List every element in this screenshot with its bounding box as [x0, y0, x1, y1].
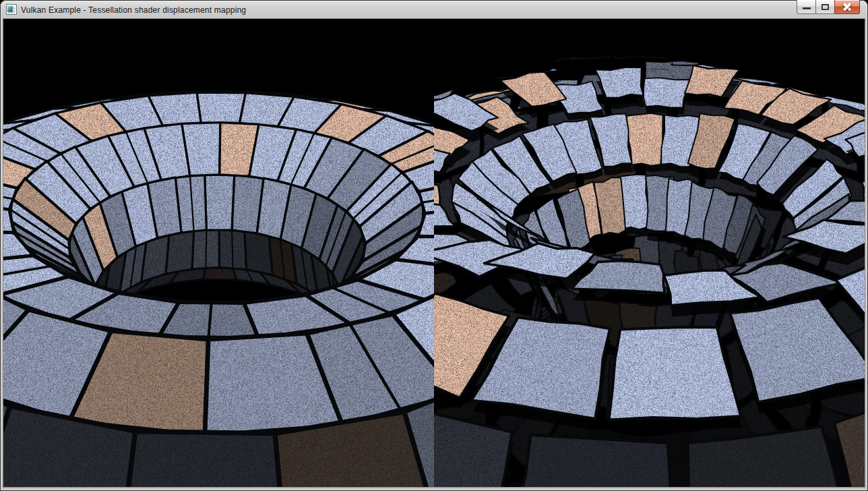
torus-normal-mapping-view	[3, 19, 434, 487]
window-title: Vulkan Example - Tessellation shader dis…	[21, 5, 246, 15]
maximize-button[interactable]	[815, 0, 835, 14]
titlebar[interactable]: Vulkan Example - Tessellation shader dis…	[0, 0, 868, 19]
torus-displacement-mapping-view	[434, 19, 865, 487]
caption-buttons	[797, 0, 860, 14]
app-icon[interactable]	[6, 4, 17, 15]
render-viewport	[3, 19, 865, 487]
app-icon-glyph	[6, 4, 17, 15]
minimize-icon	[803, 7, 811, 9]
close-button[interactable]	[834, 0, 860, 14]
maximize-icon	[822, 4, 829, 10]
minimize-button[interactable]	[797, 0, 816, 14]
app-window: Vulkan Example - Tessellation shader dis…	[0, 0, 868, 491]
close-icon	[835, 0, 859, 13]
